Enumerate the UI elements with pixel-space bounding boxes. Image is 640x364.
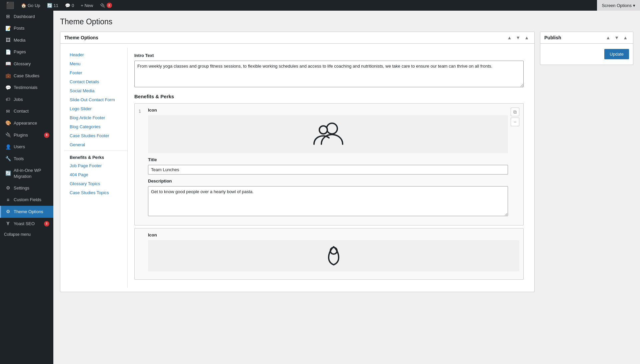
nav-job-page-footer[interactable]: Job Page Footer — [64, 161, 127, 170]
glossary-icon: 📖 — [5, 61, 11, 67]
sidebar-item-settings[interactable]: ⚙ Settings — [0, 182, 53, 194]
site-name[interactable]: 🏠 Go Up — [18, 0, 44, 11]
nav-header[interactable]: Header — [64, 50, 127, 59]
copy-button-1[interactable]: ⧉ — [511, 108, 519, 116]
sidebar-item-dashboard[interactable]: ⊞ Dashboard — [0, 11, 53, 23]
new-content[interactable]: + New — [77, 0, 96, 11]
nav-404-page[interactable]: 404 Page — [64, 170, 127, 179]
active-indicator: ◀ — [47, 209, 49, 214]
media-icon: 🖼 — [5, 37, 11, 44]
theme-options-layout: Header Menu Footer Contact Details Socia… — [64, 48, 530, 288]
nav-menu[interactable]: Menu — [64, 59, 127, 68]
case-studies-icon: 💼 — [5, 73, 11, 79]
theme-nav: Header Menu Footer Contact Details Socia… — [64, 48, 128, 288]
title-input-1[interactable] — [148, 165, 508, 175]
theme-options-icon: ⚙ — [5, 208, 11, 215]
nav-case-studies-footer[interactable]: Case Studies Footer — [64, 131, 127, 140]
screen-options-button[interactable]: Screen Options ▾ — [597, 0, 640, 11]
home-icon: 🏠 — [21, 3, 26, 8]
theme-options-postbox: Theme Options ▲ ▼ ▲ Header Menu — [60, 32, 535, 292]
icon-label-2: Icon — [148, 232, 519, 237]
sidebar-item-case-studies[interactable]: 💼 Case Studies — [0, 70, 53, 82]
publish-toggle[interactable]: ▲ — [622, 35, 629, 41]
publish-header: Publish ▲ ▼ ▲ — [540, 32, 633, 44]
right-sidebar: Publish ▲ ▼ ▲ Update — [540, 32, 633, 65]
sidebar-item-jobs[interactable]: 🏷 Jobs — [0, 94, 53, 106]
sidebar-item-plugins[interactable]: 🔌 Plugins 8 — [0, 129, 53, 141]
person-icon — [322, 244, 345, 267]
icon-box-2 — [148, 240, 519, 271]
group-icon — [311, 119, 345, 149]
main-panel: Theme Options ▲ ▼ ▲ Header Menu — [60, 32, 535, 297]
svg-point-3 — [330, 247, 337, 254]
nav-logo-slider[interactable]: Logo Slider — [64, 104, 127, 113]
plugin-updates[interactable]: 🔌 2 — [97, 0, 115, 11]
sidebar-item-contact[interactable]: ✉ Contact — [0, 106, 53, 118]
theme-content: Intro Text From weekly yoga classes and … — [128, 48, 530, 288]
tools-icon: 🔧 — [5, 156, 11, 162]
settings-icon: ⚙ — [5, 185, 11, 191]
intro-text-group: Intro Text From weekly yoga classes and … — [134, 53, 524, 88]
intro-text-label: Intro Text — [134, 53, 524, 58]
minus-icon: − — [514, 119, 516, 125]
nav-section-label: Benefits & Perks — [64, 152, 127, 161]
svg-point-0 — [327, 123, 337, 134]
sidebar-item-custom-fields[interactable]: ≡ Custom Fields — [0, 194, 53, 206]
intro-text-input[interactable]: From weekly yoga classes and group fitne… — [134, 61, 524, 87]
publish-box: Publish ▲ ▼ ▲ Update — [540, 32, 633, 65]
sidebar-item-pages[interactable]: 📄 Pages — [0, 46, 53, 58]
custom-fields-icon: ≡ — [5, 197, 11, 203]
nav-blog-article-footer[interactable]: Blog Article Footer — [64, 113, 127, 122]
publish-collapse-up[interactable]: ▲ — [604, 35, 612, 41]
item-1-actions: ⧉ − — [511, 108, 519, 126]
remove-button-1[interactable]: − — [511, 118, 519, 126]
postbox-toggle[interactable]: ▲ — [523, 35, 530, 41]
plugin-icon: 🔌 — [100, 3, 105, 8]
postbox-collapse-up[interactable]: ▲ — [506, 35, 513, 41]
chevron-down-icon: ▾ — [633, 3, 635, 8]
sidebar-item-yoast[interactable]: Y Yoast SEO 2 — [0, 218, 53, 230]
postbox-header: Theme Options ▲ ▼ ▲ — [60, 32, 534, 44]
nav-footer[interactable]: Footer — [64, 68, 127, 77]
nav-slide-out[interactable]: Slide Out Contact Form — [64, 95, 127, 104]
postbox-controls: ▲ ▼ ▲ — [506, 35, 530, 41]
item-number-1: 1 — [139, 109, 145, 114]
sidebar-item-users[interactable]: 👤 Users — [0, 141, 53, 153]
nav-blog-categories[interactable]: Blog Categories — [64, 122, 127, 131]
comments-icon: 💬 — [65, 3, 70, 8]
nav-general[interactable]: General — [64, 140, 127, 149]
collapse-menu[interactable]: Collapse menu — [0, 229, 53, 239]
postbox-collapse-down[interactable]: ▼ — [514, 35, 522, 41]
nav-glossary-topics[interactable]: Glossary Topics — [64, 179, 127, 188]
updates[interactable]: 🔄 11 — [44, 0, 62, 11]
dashboard-icon: ⊞ — [5, 13, 11, 20]
nav-case-studies-topics[interactable]: Case Studies Topics — [64, 188, 127, 197]
benefits-item-1: 1 Icon — [134, 103, 524, 225]
sidebar-item-theme-options[interactable]: ⚙ Theme Options ◀ — [0, 206, 53, 218]
sidebar-item-aiowm[interactable]: 🔄 All-in-One WP Migration — [0, 165, 53, 182]
admin-bar: ⬛ 🏠 Go Up 🔄 11 💬 0 + New 🔌 2 Hi, Matthew… — [0, 0, 640, 11]
sidebar-item-glossary[interactable]: 📖 Glossary — [0, 58, 53, 70]
updates-icon: 🔄 — [47, 3, 52, 8]
testimonials-icon: 💬 — [5, 85, 11, 91]
sidebar-item-tools[interactable]: 🔧 Tools — [0, 153, 53, 165]
wp-logo[interactable]: ⬛ — [3, 0, 18, 11]
desc-input-1[interactable]: Get to know good people over a hearty bo… — [148, 186, 508, 216]
contact-icon: ✉ — [5, 108, 11, 115]
sidebar: ⊞ Dashboard 📝 Posts 🖼 Media 📄 Pages 📖 Gl… — [0, 11, 53, 364]
sidebar-item-media[interactable]: 🖼 Media — [0, 34, 53, 46]
postbox-title: Theme Options — [64, 35, 503, 40]
title-label-1: Title — [148, 157, 508, 162]
publish-title: Publish — [544, 35, 604, 40]
posts-icon: 📝 — [5, 25, 11, 32]
sidebar-item-posts[interactable]: 📝 Posts — [0, 23, 53, 35]
sidebar-item-testimonials[interactable]: 💬 Testimonials — [0, 82, 53, 94]
comments[interactable]: 💬 0 — [62, 0, 77, 11]
appearance-icon: 🎨 — [5, 120, 11, 127]
nav-social-media[interactable]: Social Media — [64, 86, 127, 95]
sidebar-item-appearance[interactable]: 🎨 Appearance — [0, 117, 53, 129]
update-button[interactable]: Update — [604, 49, 629, 59]
item-2-content: Icon — [148, 232, 519, 275]
publish-collapse-down[interactable]: ▼ — [613, 35, 620, 41]
nav-contact-details[interactable]: Contact Details — [64, 77, 127, 86]
